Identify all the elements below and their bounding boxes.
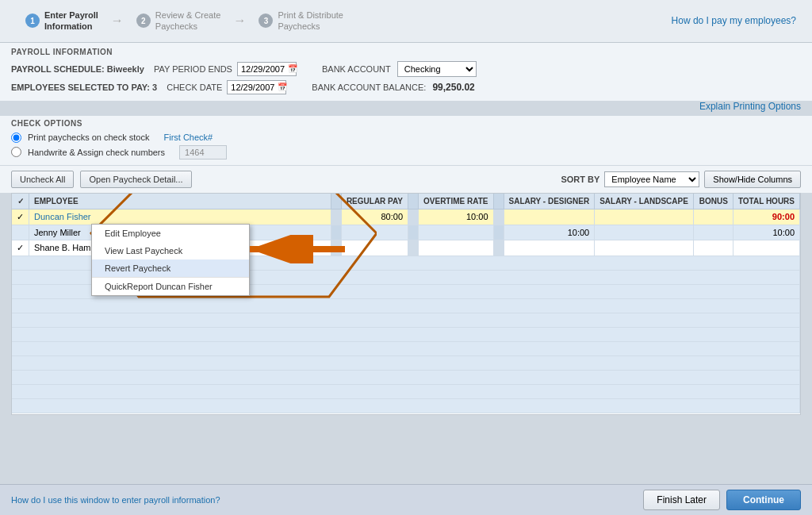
finish-later-button[interactable]: Finish Later xyxy=(643,490,720,510)
bottom-bar: How do I use this window to enter payrol… xyxy=(0,484,812,515)
step3-circle: 3 xyxy=(259,13,273,28)
step1-label: Enter Payroll Information xyxy=(44,10,98,33)
radio-print-label: Print paychecks on check stock xyxy=(28,133,149,142)
table-row-empty xyxy=(12,313,800,327)
col-total-hours: TOTAL HOURS xyxy=(733,194,799,209)
check-date-label: CHECK DATE xyxy=(167,83,222,92)
context-menu-view-last-paycheck[interactable]: View Last Paycheck xyxy=(92,242,249,259)
pay-period-calendar-icon[interactable]: 📅 xyxy=(288,64,297,73)
row1-salary-landscape xyxy=(595,209,694,225)
row2-regular-pay xyxy=(341,225,408,240)
bank-account-select[interactable]: Checking xyxy=(397,61,477,77)
payroll-info-title: PAYROLL INFORMATION xyxy=(11,48,801,56)
context-menu-edit-employee[interactable]: Edit Employee xyxy=(92,225,249,242)
radio-handwrite[interactable] xyxy=(11,147,21,157)
check-options-title: CHECK OPTIONS xyxy=(11,119,801,128)
table-row-empty xyxy=(12,398,800,413)
continue-button[interactable]: Continue xyxy=(726,490,801,510)
bank-account-label: BANK ACCOUNT xyxy=(322,64,391,74)
row2-check xyxy=(12,225,29,240)
step3-label: Print & Distribute Paychecks xyxy=(278,10,343,33)
row3-salary-landscape xyxy=(595,240,694,256)
row1-total-hours: 90:00 xyxy=(733,209,799,225)
sort-section: SORT BY Employee Name Show/Hide Columns xyxy=(561,171,801,188)
row1-check: ✓ xyxy=(12,209,29,225)
check-date-field: CHECK DATE 12/29/2007 📅 xyxy=(167,80,286,94)
row2-bonus xyxy=(693,225,733,240)
schedule-label: PAYROLL SCHEDULE: Biweekly xyxy=(11,64,144,74)
bank-account-section: BANK ACCOUNT Checking xyxy=(322,61,477,77)
table-row[interactable]: ✓ Duncan Fisher 80:00 10:00 90:00 xyxy=(12,209,800,225)
sort-by-label: SORT BY xyxy=(561,175,599,184)
col-sep1 xyxy=(331,194,341,209)
row3-bonus xyxy=(693,240,733,256)
step1-circle: 1 xyxy=(25,13,40,28)
wizard-bar: 1 Enter Payroll Information → 2 Review &… xyxy=(0,0,812,43)
row1-regular-pay: 80:00 xyxy=(341,209,408,225)
row1-salary-designer xyxy=(504,209,595,225)
context-menu: Edit Employee View Last Paycheck Revert … xyxy=(91,224,250,296)
col-regular-pay: REGULAR PAY xyxy=(341,194,408,209)
employees-label: EMPLOYEES SELECTED TO PAY: 3 xyxy=(11,83,157,92)
sort-select[interactable]: Employee Name xyxy=(604,171,699,187)
payroll-info-row1: PAYROLL SCHEDULE: Biweekly PAY PERIOD EN… xyxy=(11,61,801,77)
col-employee: EMPLOYEE xyxy=(29,194,331,209)
uncheck-all-button[interactable]: Uncheck All xyxy=(11,171,74,188)
check-options-section: CHECK OPTIONS Print paychecks on check s… xyxy=(0,115,812,165)
row3-total-hours xyxy=(733,240,799,256)
bank-balance-field: BANK ACCOUNT BALANCE: 99,250.02 xyxy=(312,82,474,93)
arrow1: → xyxy=(108,13,127,28)
radio-print[interactable] xyxy=(11,133,21,143)
row3-overtime xyxy=(419,240,493,256)
wizard-step-3: 3 Print & Distribute Paychecks xyxy=(249,6,353,36)
table-row-empty xyxy=(12,327,800,341)
table-row-empty xyxy=(12,384,800,398)
row1-bonus xyxy=(693,209,733,225)
radio-row-2: Handwrite & Assign check numbers xyxy=(11,145,801,159)
payroll-info-section: PAYROLL INFORMATION PAYROLL SCHEDULE: Bi… xyxy=(0,43,812,101)
check-date-calendar-icon[interactable]: 📅 xyxy=(278,83,287,91)
first-check-link[interactable]: First Check# xyxy=(163,133,213,142)
check-number-input[interactable] xyxy=(179,145,227,159)
check-date-input[interactable]: 12/29/2007 📅 xyxy=(227,80,286,94)
row1-overtime: 10:00 xyxy=(419,209,493,225)
pay-period-input[interactable]: 12/29/2007 📅 xyxy=(237,62,297,76)
row3-check: ✓ xyxy=(12,240,29,256)
row3-salary-designer xyxy=(504,240,595,256)
help-link[interactable]: How do I pay my employees? xyxy=(672,15,796,26)
table-row-empty xyxy=(12,356,800,370)
col-sep2 xyxy=(408,194,419,209)
wizard-step-2: 2 Review & Create Paychecks xyxy=(127,6,231,36)
bottom-help-link[interactable]: How do I use this window to enter payrol… xyxy=(11,495,637,505)
col-salary-landscape: SALARY - LANDSCAPE xyxy=(595,194,694,209)
col-overtime: OVERTIME RATE xyxy=(419,194,493,209)
table-header-row: ✓ EMPLOYEE REGULAR PAY OVERTIME RATE SAL… xyxy=(12,194,800,209)
row1-name[interactable]: Duncan Fisher xyxy=(29,209,331,225)
radio-row-1: Print paychecks on check stock First Che… xyxy=(11,133,801,143)
show-hide-columns-button[interactable]: Show/Hide Columns xyxy=(704,171,801,188)
context-menu-revert-paycheck[interactable]: Revert Paycheck xyxy=(92,259,249,277)
bank-balance-label: BANK ACCOUNT BALANCE: xyxy=(312,83,426,92)
row2-total-hours: 10:00 xyxy=(733,225,799,240)
arrow2: → xyxy=(230,13,249,28)
row2-salary-designer: 10:00 xyxy=(504,225,595,240)
bank-balance-value: 99,250.02 xyxy=(432,82,474,93)
step2-circle: 2 xyxy=(136,13,151,28)
col-check: ✓ xyxy=(12,194,29,209)
radio-handwrite-label: Handwrite & Assign check numbers xyxy=(28,148,165,157)
open-paycheck-button[interactable]: Open Paycheck Detail... xyxy=(80,171,191,188)
col-bonus: BONUS xyxy=(693,194,733,209)
toolbar: Uncheck All Open Paycheck Detail... SORT… xyxy=(0,165,812,193)
payroll-table-container: ✓ EMPLOYEE REGULAR PAY OVERTIME RATE SAL… xyxy=(11,193,801,415)
step2-label: Review & Create Paychecks xyxy=(155,10,221,33)
explain-link[interactable]: Explain Printing Options xyxy=(0,101,801,112)
table-row-empty xyxy=(12,341,800,356)
context-menu-quickreport[interactable]: QuickReport Duncan Fisher xyxy=(92,277,249,295)
pay-period-label: PAY PERIOD ENDS xyxy=(154,64,232,74)
wizard-step-1: 1 Enter Payroll Information xyxy=(16,6,108,36)
row2-overtime xyxy=(419,225,493,240)
row2-salary-landscape xyxy=(595,225,694,240)
pay-period-field: PAY PERIOD ENDS 12/29/2007 📅 xyxy=(154,62,297,76)
row3-regular-pay xyxy=(341,240,408,256)
table-row-empty xyxy=(12,370,800,384)
